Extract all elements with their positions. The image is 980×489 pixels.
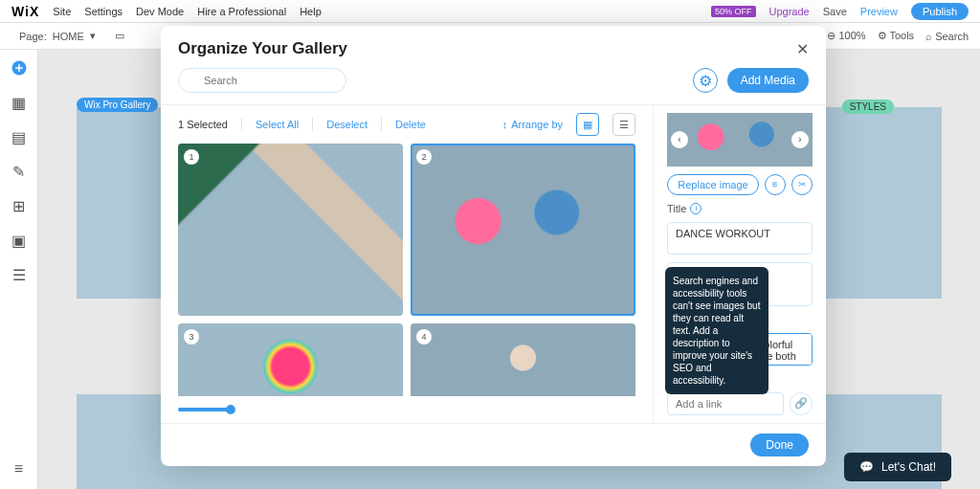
add-media-button[interactable]: Add Media — [727, 68, 809, 93]
add-icon[interactable] — [11, 59, 28, 77]
tools-link[interactable]: ⚙ Tools — [878, 30, 915, 42]
arrange-by-dropdown[interactable]: ↕ Arrange by — [502, 119, 563, 130]
chat-button[interactable]: 💬 Let's Chat! — [844, 453, 951, 481]
alt-text-tooltip: Search engines and accessibility tools c… — [665, 267, 768, 394]
organize-gallery-modal: Search engines and accessibility tools c… — [161, 26, 826, 466]
menu-devmode[interactable]: Dev Mode — [136, 6, 184, 17]
done-button[interactable]: Done — [750, 433, 809, 456]
desktop-view-icon[interactable]: ▭ — [115, 30, 124, 42]
content-icon[interactable]: ☰ — [11, 266, 28, 283]
crop-icon[interactable]: ✂ — [791, 174, 813, 195]
wix-logo: WiX — [11, 4, 39, 19]
media-icon[interactable]: ▣ — [11, 232, 28, 249]
link-icon[interactable]: 🔗 — [790, 392, 813, 415]
zoom-level[interactable]: ⊖ 100% — [827, 30, 865, 42]
page-selector[interactable]: Page: HOME ▾ — [11, 28, 103, 44]
gallery-thumb-4[interactable]: 4 — [411, 323, 635, 396]
delete-link[interactable]: Delete — [395, 119, 426, 130]
select-all-link[interactable]: Select All — [256, 119, 299, 130]
layers-icon[interactable]: ≡ — [11, 460, 28, 478]
styles-tag[interactable]: STYLES — [842, 100, 894, 114]
design-icon[interactable]: ✎ — [11, 163, 28, 180]
left-sidebar: ▦ ▤ ✎ ⊞ ▣ ☰ ≡ — [0, 50, 38, 489]
menu-site[interactable]: Site — [53, 6, 71, 17]
apps-icon[interactable]: ⊞ — [11, 197, 28, 214]
info-icon[interactable]: i — [690, 203, 702, 214]
search-link[interactable]: ⌕ Search — [925, 31, 969, 42]
modal-title: Organize Your Gallery — [178, 39, 347, 58]
preview-link[interactable]: Preview — [860, 6, 898, 17]
sections-icon[interactable]: ▦ — [11, 94, 28, 111]
publish-button[interactable]: Publish — [911, 3, 969, 20]
close-icon[interactable]: ✕ — [796, 40, 809, 58]
title-label: Title — [667, 203, 686, 214]
gallery-tag: Wix Pro Gallery — [77, 98, 158, 112]
search-input[interactable] — [178, 68, 346, 93]
menu-settings[interactable]: Settings — [84, 6, 122, 17]
link-input[interactable] — [667, 392, 784, 415]
discount-badge: 50% OFF — [711, 6, 756, 17]
title-input[interactable] — [667, 222, 813, 255]
gallery-thumb-1[interactable]: 1 — [178, 144, 403, 316]
save-link[interactable]: Save — [823, 6, 847, 17]
settings-icon[interactable]: ⚙ — [693, 68, 718, 93]
adjust-icon[interactable]: ≡ — [765, 174, 786, 195]
pages-icon[interactable]: ▤ — [11, 128, 28, 145]
deselect-link[interactable]: Deselect — [326, 119, 368, 130]
chat-icon: 💬 — [859, 460, 874, 474]
list-view-icon[interactable]: ☰ — [612, 113, 635, 136]
top-menu-bar: WiX Site Settings Dev Mode Hire a Profes… — [0, 0, 980, 23]
replace-image-button[interactable]: Replace image — [667, 174, 758, 195]
upgrade-link[interactable]: Upgrade — [769, 6, 810, 17]
menu-help[interactable]: Help — [300, 6, 322, 17]
gallery-thumb-3[interactable]: 3 — [178, 323, 403, 396]
prev-image-icon[interactable]: ‹ — [671, 131, 688, 148]
thumbnail-size-slider[interactable] — [178, 408, 231, 411]
gallery-thumb-2[interactable]: 2 — [411, 144, 635, 316]
next-image-icon[interactable]: › — [791, 131, 809, 148]
preview-image: ‹ › — [667, 113, 813, 167]
chevron-down-icon: ▾ — [90, 30, 96, 42]
menu-hire[interactable]: Hire a Professional — [197, 6, 286, 17]
grid-view-icon[interactable]: ▦ — [576, 113, 599, 136]
selection-count: 1 Selected — [178, 119, 228, 130]
